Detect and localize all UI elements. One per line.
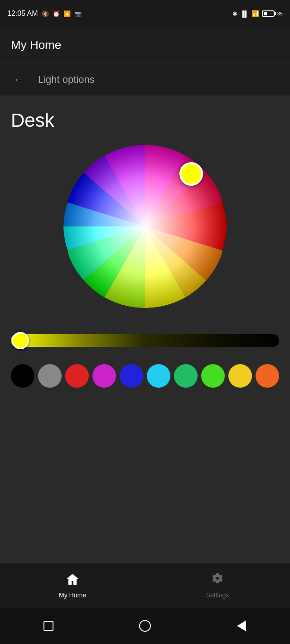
bottom-nav-home[interactable]: My Home bbox=[0, 563, 145, 608]
home-system-icon bbox=[139, 620, 151, 632]
device-name: Desk bbox=[11, 110, 279, 131]
color-preset-orange[interactable] bbox=[256, 364, 279, 388]
color-preset-yellow[interactable] bbox=[228, 364, 252, 388]
main-content: Desk bbox=[0, 96, 290, 397]
home-button[interactable] bbox=[137, 618, 153, 634]
nav-icon: 🔼 bbox=[63, 10, 71, 17]
bottom-nav-home-label: My Home bbox=[59, 591, 86, 599]
color-preset-cyan[interactable] bbox=[147, 364, 170, 388]
color-wheel-container[interactable] bbox=[63, 145, 227, 308]
system-nav-bar bbox=[0, 608, 290, 644]
bottom-nav: My Home Settings bbox=[0, 562, 290, 608]
settings-icon bbox=[210, 572, 225, 589]
color-preset-magenta[interactable] bbox=[92, 364, 116, 388]
color-preset-red[interactable] bbox=[65, 364, 89, 388]
home-icon bbox=[65, 572, 80, 589]
recents-button[interactable] bbox=[40, 618, 57, 634]
brightness-slider-track[interactable] bbox=[11, 334, 279, 347]
color-preset-green[interactable] bbox=[174, 364, 198, 388]
bluetooth-icon: ✱ bbox=[232, 10, 237, 17]
status-bar: 12:05 AM 🔇 ⏰ 🔼 📷 ✱ ▐▌ 📶 35 bbox=[0, 0, 290, 27]
status-bar-left: 12:05 AM 🔇 ⏰ 🔼 📷 bbox=[7, 10, 82, 18]
time-display: 12:05 AM bbox=[7, 10, 38, 18]
nav-bar: ← Light options bbox=[0, 63, 290, 96]
brightness-slider-handle[interactable] bbox=[12, 332, 29, 349]
battery-icon bbox=[262, 10, 275, 17]
color-presets bbox=[11, 364, 279, 388]
page-title: Light options bbox=[38, 74, 95, 86]
brightness-slider-container[interactable] bbox=[11, 331, 279, 351]
bottom-nav-settings[interactable]: Settings bbox=[145, 563, 290, 608]
bottom-nav-settings-label: Settings bbox=[206, 591, 229, 599]
signal-icon: ▐▌ bbox=[240, 10, 248, 17]
alarm-icon: ⏰ bbox=[53, 10, 60, 17]
camera-icon: 📷 bbox=[74, 10, 82, 17]
back-button[interactable]: ← bbox=[11, 72, 27, 88]
recents-icon bbox=[44, 621, 53, 631]
app-title: My Home bbox=[11, 38, 61, 52]
status-bar-right: ✱ ▐▌ 📶 35 bbox=[232, 10, 283, 17]
back-system-icon bbox=[237, 620, 246, 631]
battery-text: 35 bbox=[277, 11, 283, 16]
wifi-icon: 📶 bbox=[251, 10, 259, 17]
color-preset-blue[interactable] bbox=[120, 364, 143, 388]
mute-icon: 🔇 bbox=[42, 10, 49, 17]
battery-fill bbox=[264, 12, 267, 15]
back-system-button[interactable] bbox=[233, 618, 250, 634]
color-preset-lime[interactable] bbox=[201, 364, 225, 388]
color-preset-black[interactable] bbox=[11, 364, 34, 388]
app-title-bar: My Home bbox=[0, 27, 290, 63]
color-picker-handle[interactable] bbox=[179, 162, 203, 186]
color-preset-gray[interactable] bbox=[38, 364, 62, 388]
